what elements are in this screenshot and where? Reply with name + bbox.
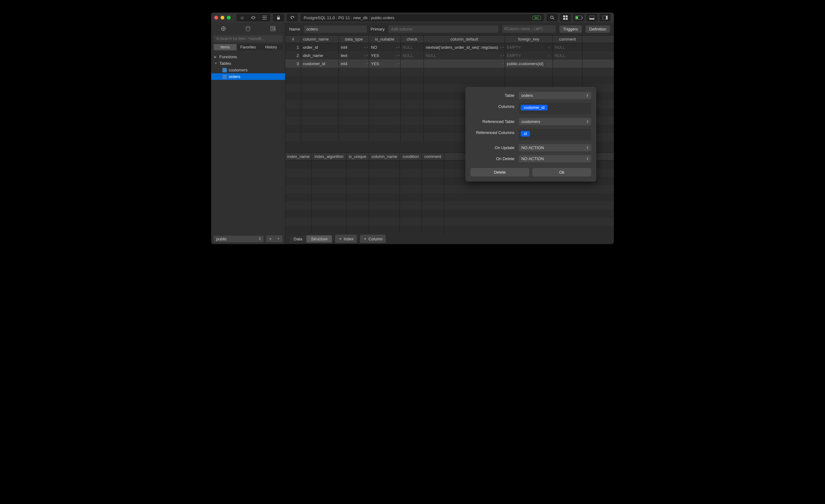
sidebar-footer: public▲▼ ＋ ▼ [211,233,285,244]
col-header-check[interactable]: check [400,35,424,43]
idx-header-comment[interactable]: comment [422,153,444,160]
definition-button[interactable]: Definition [586,25,610,33]
idx-header-algo[interactable]: index_algorithm [312,153,347,160]
idx-header-name[interactable]: index_name [285,153,312,160]
idx-header-unique[interactable]: is_unique [347,153,369,160]
po-columns-box[interactable]: customer_id [519,103,591,114]
po-label-ref-table: Referenced Table [470,118,519,124]
add-menu-button[interactable]: ▼ [274,235,283,242]
column-search[interactable] [502,25,556,33]
tab-favorites[interactable]: Favorites [237,44,259,50]
chevron-down-icon: ▼ [214,62,217,65]
schema-selector[interactable]: public▲▼ [214,236,264,242]
col-header-name[interactable]: column_name [301,35,339,43]
table-row [285,210,614,218]
po-label-on-delete: On Delete [470,155,519,161]
column-tag[interactable]: customer_id [521,105,547,111]
tree-table-customers[interactable]: customers [211,67,285,73]
tree-table-orders[interactable]: orders [211,73,285,80]
tree-tables[interactable]: ▼Tables [211,60,285,67]
po-delete-button[interactable]: Delete [470,168,529,176]
updown-icon: ▲▼ [586,157,589,161]
updown-icon: ▲▼ [258,237,261,241]
seg-structure[interactable]: Structure [306,235,332,242]
cancel-icon[interactable]: ⊘ [236,14,248,21]
ref-column-tag[interactable]: id [521,131,530,137]
table-row [285,193,614,201]
breadcrumb-text: PostgreSQL 11.0 : PG 11 : new_db : publi… [304,15,394,20]
chevron-right-icon: ▶ [214,55,217,59]
list-icon[interactable] [259,14,270,21]
table-row[interactable]: 2dish_nametext▲▼YES▲▼NULLNULL▲▼EMPTY→NUL… [285,51,614,60]
add-group: ＋ ▼ [266,235,283,242]
lock-icon[interactable] [273,14,284,21]
panel-bottom-icon[interactable] [586,14,598,21]
col-header-num[interactable]: # [285,35,301,43]
table-row [285,226,614,233]
table-row [285,68,614,76]
po-ok-button[interactable]: Ok [532,168,591,176]
po-label-table: Table [470,92,519,98]
sidebar: SQL Items Favorites History ▶Functions ▼… [211,23,285,244]
eye-icon[interactable] [248,14,259,21]
seg-data[interactable]: Data [289,235,306,242]
table-row[interactable]: 3customer_idint4▲▼YES▲▼▲▼public.customer… [285,60,614,68]
po-ref-columns-box[interactable]: id [519,129,591,140]
sidebar-search-input[interactable] [220,37,280,41]
svg-rect-2 [566,15,568,17]
search-icon[interactable] [546,14,558,21]
database-icon[interactable] [245,26,251,32]
col-header-type[interactable]: data_type [339,35,369,43]
sidebar-mode-icons: SQL [211,23,285,35]
table-row [285,201,614,210]
col-header-comment[interactable]: comment [553,35,582,43]
po-ref-table-select[interactable]: customers▲▼ [519,118,591,125]
po-label-ref-cols: Referenced Columns [470,129,519,135]
po-label-on-update: On Update [470,144,519,150]
panel-right-icon[interactable] [599,14,611,21]
col-header-nullable[interactable]: is_nullable [369,35,400,43]
column-search-input[interactable] [507,27,554,31]
columns-grid-header: # column_name data_type is_nullable chec… [285,35,614,43]
sql-icon[interactable]: SQL [270,26,276,32]
tab-items[interactable]: Items [214,44,237,50]
triggers-button[interactable]: Triggers [559,25,582,33]
table-name-input[interactable] [304,25,367,33]
zoom-window[interactable] [227,16,231,19]
po-on-delete-select[interactable]: NO ACTION▲▼ [519,155,591,162]
sidebar-tree: ▶Functions ▼Tables customers orders [211,52,285,233]
content-topbar: Name Primary Triggers Definition [285,23,614,35]
table-row[interactable]: 1order_idint4▲▼NO▲▼NULLnextval('orders_o… [285,43,614,51]
battery-icon [573,14,584,21]
table-row [285,218,614,226]
titlebar-right [546,14,611,21]
po-on-update-select[interactable]: NO ACTION▲▼ [519,144,591,151]
svg-rect-8 [606,16,608,19]
col-header-default[interactable]: column_default [424,35,505,43]
updown-icon: ▲▼ [586,146,589,150]
chevron-down-icon: ▼ [277,237,280,240]
add-button[interactable]: ＋ [266,235,274,242]
refresh-icon[interactable] [287,14,298,21]
connection-icon[interactable] [221,26,226,32]
tree-functions[interactable]: ▶Functions [211,54,285,60]
svg-rect-4 [566,18,568,20]
col-header-fk[interactable]: foreign_key [505,35,553,43]
breadcrumb[interactable]: PostgreSQL 11.0 : PG 11 : new_db : publi… [300,14,544,21]
tab-history[interactable]: History [259,44,283,50]
window-controls [214,16,231,19]
grid-icon[interactable] [560,14,571,21]
minimize-window[interactable] [221,16,224,19]
svg-point-10 [246,26,250,28]
add-index-button[interactable]: ＋Index [335,235,357,243]
svg-point-13 [217,38,219,40]
idx-header-col[interactable]: column_name [369,153,400,160]
sidebar-search[interactable] [214,35,283,42]
close-window[interactable] [214,16,218,19]
po-table-select[interactable]: orders▲▼ [519,92,591,99]
primary-input[interactable] [388,25,498,33]
idx-header-cond[interactable]: condition [400,153,422,160]
svg-point-0 [551,16,553,18]
add-column-button[interactable]: ＋Column [360,235,386,243]
primary-label: Primary [371,27,385,31]
